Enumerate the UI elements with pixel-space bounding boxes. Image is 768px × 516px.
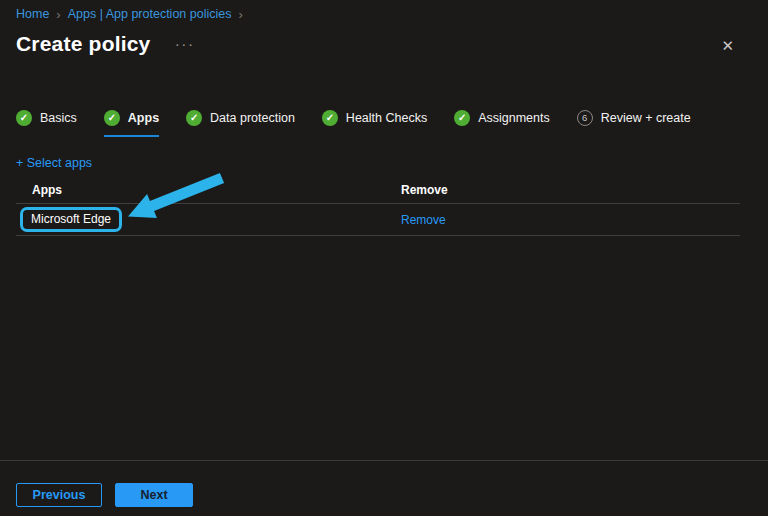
check-circle-icon: ✓: [322, 110, 338, 126]
tab-label: Apps: [128, 111, 159, 125]
tab-health-checks[interactable]: ✓ Health Checks: [322, 110, 427, 135]
breadcrumb-home-link[interactable]: Home: [16, 7, 49, 21]
wizard-steps: ✓ Basics ✓ Apps ✓ Data protection ✓ Heal…: [16, 110, 752, 137]
app-name-cell: Microsoft Edge: [16, 207, 385, 232]
chevron-right-icon: ›: [56, 8, 60, 21]
tab-data-protection[interactable]: ✓ Data protection: [186, 110, 295, 135]
apps-table: Apps Remove Microsoft Edge Remove: [16, 177, 740, 236]
breadcrumb: Home › Apps | App protection policies ›: [16, 7, 243, 21]
tab-label: Health Checks: [346, 111, 427, 125]
table-row: Microsoft Edge Remove: [16, 204, 740, 236]
select-apps-link[interactable]: + Select apps: [16, 156, 92, 170]
tab-review-create[interactable]: 6 Review + create: [577, 110, 691, 135]
chevron-right-icon: ›: [238, 8, 242, 21]
tab-label: Data protection: [210, 111, 295, 125]
tab-basics[interactable]: ✓ Basics: [16, 110, 77, 135]
next-button[interactable]: Next: [115, 483, 193, 507]
remove-cell: Remove: [385, 213, 740, 227]
more-options-icon[interactable]: ···: [175, 36, 195, 52]
column-header-apps: Apps: [16, 183, 385, 197]
breadcrumb-app-protection-policies-link[interactable]: Apps | App protection policies: [68, 7, 232, 21]
step-number-icon: 6: [577, 110, 593, 126]
check-circle-icon: ✓: [454, 110, 470, 126]
tab-label: Basics: [40, 111, 77, 125]
tab-label: Assignments: [478, 111, 550, 125]
app-name-highlight: Microsoft Edge: [20, 207, 122, 232]
previous-button[interactable]: Previous: [16, 483, 102, 507]
annotation-arrow-icon: [0, 0, 768, 516]
check-circle-icon: ✓: [186, 110, 202, 126]
check-circle-icon: ✓: [16, 110, 32, 126]
tab-assignments[interactable]: ✓ Assignments: [454, 110, 550, 135]
check-circle-icon: ✓: [104, 110, 120, 126]
title-row: Create policy ··· ✕: [16, 32, 752, 62]
table-header: Apps Remove: [16, 177, 740, 204]
footer-bar: Previous Next: [0, 460, 768, 516]
tab-apps[interactable]: ✓ Apps: [104, 110, 159, 137]
tab-label: Review + create: [601, 111, 691, 125]
close-icon[interactable]: ✕: [717, 34, 738, 57]
page-title: Create policy: [16, 32, 151, 56]
column-header-remove: Remove: [385, 183, 740, 197]
create-policy-panel: Home › Apps | App protection policies › …: [0, 0, 768, 516]
remove-link[interactable]: Remove: [401, 213, 446, 227]
